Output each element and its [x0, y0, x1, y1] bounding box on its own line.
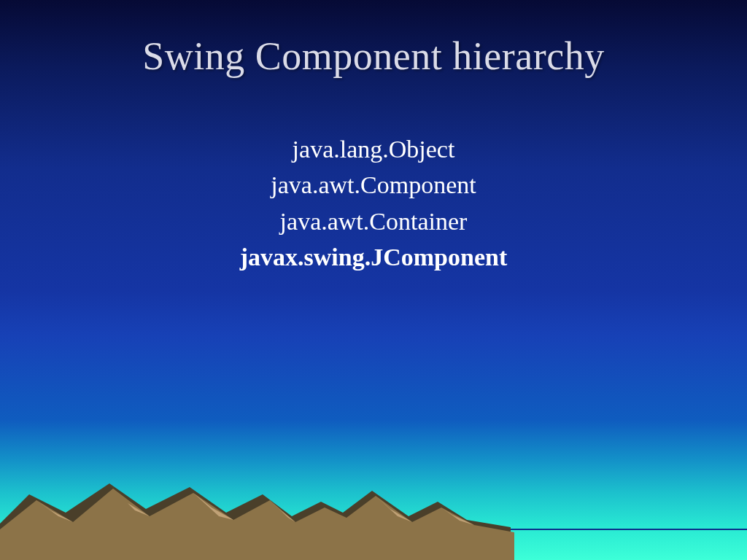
hierarchy-line-3: java.awt.Container [0, 203, 747, 239]
slide-title: Swing Component hierarchy [0, 34, 747, 79]
hierarchy-line-4: javax.swing.JComponent [0, 239, 747, 275]
presentation-slide: Swing Component hierarchy java.lang.Obje… [0, 0, 747, 560]
mountains-illustration [0, 443, 747, 560]
hierarchy-line-2: java.awt.Component [0, 167, 747, 203]
hierarchy-line-1: java.lang.Object [0, 131, 747, 167]
slide-body: java.lang.Object java.awt.Component java… [0, 131, 747, 275]
